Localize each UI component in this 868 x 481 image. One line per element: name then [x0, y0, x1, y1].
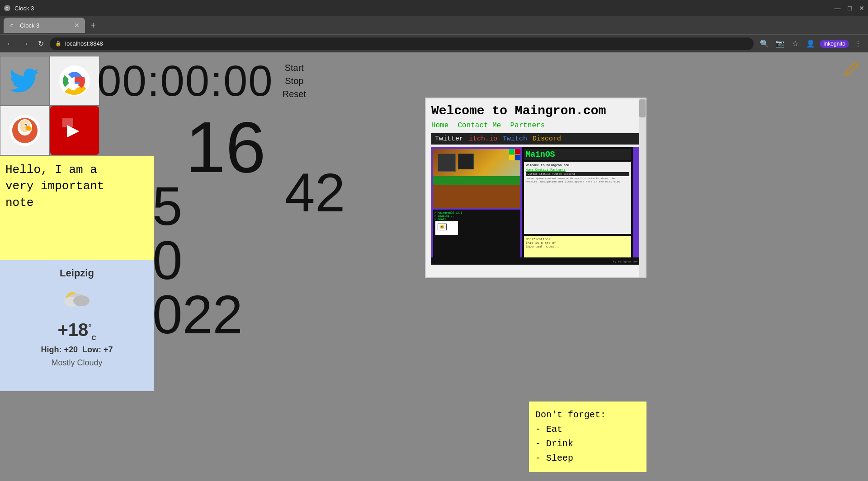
toolbar-right: 🔍 📷 ☆ 👤 Inkognito ⋮: [758, 37, 864, 50]
bookmark-btn[interactable]: ☆: [789, 37, 802, 50]
ws-logo: MainOS: [524, 149, 631, 160]
weather-city: Leipzig: [60, 267, 94, 279]
clock-hour: 16: [185, 107, 266, 187]
temp-unit: °: [88, 322, 91, 332]
icon-row-2: ▶: [0, 106, 99, 155]
youtube-icon[interactable]: ▶: [50, 106, 99, 155]
stopwatch-controls: Start Stop Reset: [283, 63, 306, 99]
weather-temp: +18°C: [57, 320, 96, 341]
new-tab-button[interactable]: +: [87, 19, 99, 32]
screenshot-btn[interactable]: 📷: [774, 37, 786, 50]
svg-text:C: C: [10, 23, 14, 28]
forward-btn[interactable]: →: [19, 37, 32, 50]
website-inner: Welcome to Maingron.com Home Contact Me …: [426, 98, 646, 270]
nav-contact[interactable]: Contact Me: [458, 121, 501, 130]
tab-close-btn[interactable]: ✕: [74, 22, 80, 29]
svg-text:C: C: [5, 6, 9, 11]
weather-widget: Leipzig +18°C High: +20 Low: +7 Mostly C…: [0, 260, 154, 391]
back-btn[interactable]: ←: [4, 37, 16, 50]
svg-point-13: [26, 124, 27, 125]
maximize-btn[interactable]: □: [848, 5, 852, 12]
main-content: ▶ 00:00:00 Start Stop Reset 16 42 00 05 …: [0, 52, 868, 481]
tab-favicon-small: C: [4, 5, 11, 12]
scrollbar-thumb[interactable]: [639, 99, 646, 117]
tab-favicon: C: [9, 22, 16, 29]
reload-btn[interactable]: ↻: [34, 37, 47, 50]
website-screenshot-area: > MaingronOS v2.1 > Loading... > Ready 😊: [431, 147, 639, 265]
lock-icon: 🔒: [55, 41, 61, 47]
website-title: Welcome to Maingron.com: [431, 104, 640, 118]
temp-value: +18: [57, 320, 88, 340]
ws-site-mini: Welcome to Maingron.com Home Contact Par…: [524, 162, 631, 234]
note-bottom[interactable]: Don't forget:- Eat- Drink- Sleep: [529, 402, 646, 472]
duckduckgo-icon[interactable]: [0, 106, 50, 155]
high-value: +20: [64, 345, 78, 354]
url-text: localhost:8848: [65, 40, 103, 47]
minimize-btn[interactable]: —: [835, 5, 841, 12]
website-scrollbar[interactable]: [639, 98, 646, 277]
nav-home[interactable]: Home: [431, 121, 448, 130]
tab-bar: C Clock 3 ✕ +: [0, 16, 868, 34]
temp-unit-c: C: [91, 334, 96, 341]
active-tab[interactable]: C Clock 3 ✕: [4, 18, 85, 33]
stopwatch-area: 00:00:00 Start Stop Reset: [97, 56, 306, 106]
note-top[interactable]: Hello, I am avery importantnote: [0, 156, 154, 260]
weather-highlow: High: +20 Low: +7: [41, 345, 113, 355]
pencil-icon[interactable]: [844, 61, 859, 79]
website-nav2: Twitter itch.io Twitch Discord: [431, 133, 640, 145]
svg-point-20: [73, 295, 90, 306]
google-icon[interactable]: [50, 56, 99, 106]
profile-btn[interactable]: Inkognito: [820, 40, 849, 48]
window-title: Clock 3: [14, 5, 34, 12]
stop-btn[interactable]: Stop: [283, 76, 306, 86]
weather-icon: [59, 283, 95, 316]
profile-label: Inkognito: [823, 41, 845, 47]
start-btn[interactable]: Start: [283, 63, 306, 73]
toolbar: ← → ↻ 🔒 localhost:8848 🔍 📷 ☆ 👤 Inkognito…: [0, 34, 868, 52]
nav2-itchio[interactable]: itch.io: [469, 135, 497, 143]
clock-minute: 42: [285, 165, 345, 219]
icon-row-1: [0, 56, 99, 106]
weather-description: Mostly Cloudy: [51, 358, 102, 368]
window-controls: — □ ✕: [835, 5, 864, 12]
menu-btn[interactable]: ⋮: [852, 37, 864, 50]
note-top-text: Hello, I am avery importantnote: [5, 163, 104, 210]
nav2-discord[interactable]: Discord: [533, 135, 561, 143]
close-btn[interactable]: ✕: [859, 5, 864, 12]
website-preview: Welcome to Maingron.com Home Contact Me …: [425, 98, 646, 278]
clock-display: 16 42 00: [185, 111, 266, 183]
low-value: +7: [104, 345, 113, 354]
note-bottom-text: Don't forget:- Eat- Drink- Sleep: [535, 410, 606, 463]
nav2-twitter[interactable]: Twitter: [435, 135, 463, 143]
nav2-twitch[interactable]: Twitch: [503, 135, 527, 143]
svg-rect-16: [62, 118, 73, 127]
title-bar: C Clock 3 — □ ✕: [0, 0, 868, 16]
reset-btn[interactable]: Reset: [283, 89, 306, 99]
nav-partners[interactable]: Partners: [510, 121, 545, 130]
twitter-icon[interactable]: [0, 56, 50, 106]
quick-launch: ▶: [0, 56, 99, 155]
zoom-btn[interactable]: 🔍: [758, 37, 771, 50]
tab-label: Clock 3: [20, 22, 39, 29]
profile-icon[interactable]: 👤: [804, 37, 817, 50]
website-nav: Home Contact Me Partners: [431, 121, 640, 130]
address-bar[interactable]: 🔒 localhost:8848: [50, 37, 754, 50]
stopwatch-time: 00:00:00: [97, 56, 274, 106]
